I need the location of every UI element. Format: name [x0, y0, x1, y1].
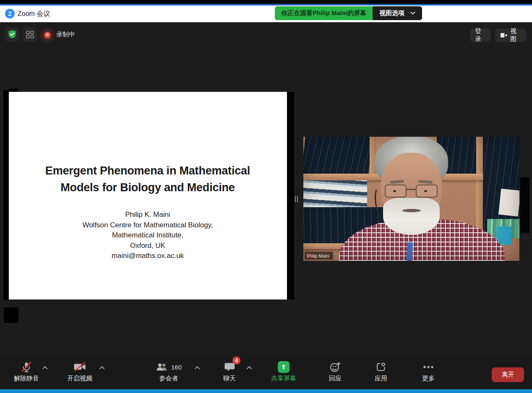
- zoom-meeting-window: Z Zoom 会议 你正在观看Philip Maini的屏幕 视图选项: [0, 0, 532, 393]
- mic-muted-icon: [21, 361, 32, 373]
- unmute-button[interactable]: 解除静音: [5, 360, 47, 383]
- app-title: Zoom 会议: [18, 5, 50, 22]
- video-vignette: [303, 137, 519, 261]
- view-options-label: 视图选项: [379, 9, 404, 17]
- participant-name-tag: Philip Maini: [305, 252, 333, 260]
- shield-check-icon: [8, 29, 17, 39]
- slide-top-notch: [9, 88, 18, 92]
- participants-button[interactable]: 160 参会者: [146, 360, 192, 383]
- chat-button[interactable]: 4 聊天: [209, 360, 250, 383]
- apps-button[interactable]: 应用: [360, 360, 402, 383]
- participants-label: 参会者: [159, 375, 178, 383]
- more-label: 更多: [422, 375, 435, 383]
- share-screen-label: 共享屏幕: [271, 375, 296, 383]
- reactions-icon: [329, 361, 341, 373]
- watching-status-label: 你正在观看Philip Maini的屏幕: [275, 6, 373, 20]
- zoom-logo: Z: [5, 9, 15, 18]
- start-video-label: 开启视频: [67, 375, 92, 383]
- bottom-blue-strip: [0, 389, 532, 393]
- slide-title: Emergent Phenomena in Mathematical Model…: [30, 162, 265, 196]
- start-video-button[interactable]: 开启视频: [59, 360, 101, 383]
- grid-icon: [26, 30, 34, 39]
- more-button[interactable]: 更多: [407, 360, 449, 383]
- chevron-down-icon: [410, 11, 415, 15]
- camera-muted-icon: [73, 362, 86, 372]
- bottom-left-black-square: [4, 307, 18, 323]
- slide-left-black-bar: [3, 90, 9, 300]
- slide-subtitle: Philip K. Maini Wolfson Centre for Mathe…: [30, 210, 265, 261]
- chat-chevron-icon[interactable]: [246, 366, 252, 370]
- apps-icon: [376, 362, 386, 372]
- top-black-strip: [0, 0, 532, 4]
- sign-in-button[interactable]: 登录: [470, 29, 490, 42]
- unmute-options-chevron-icon[interactable]: [42, 366, 48, 370]
- chat-unread-badge: 4: [232, 357, 240, 364]
- recording-label: 录制中: [56, 31, 75, 39]
- slide-affiliation-3: Oxford, UK: [30, 241, 265, 251]
- meeting-toolbar: 解除静音 开启视频: [0, 357, 532, 389]
- panel-resize-handle[interactable]: [295, 196, 298, 202]
- slide-affiliation-1: Wolfson Centre for Mathematical Biology,: [30, 220, 265, 231]
- share-screen-icon: [278, 361, 289, 373]
- reactions-button[interactable]: 回应: [314, 360, 356, 383]
- participants-count: 160: [171, 364, 182, 371]
- participants-chevron-icon[interactable]: [194, 366, 200, 370]
- speaker-view-icon: [500, 31, 507, 39]
- screen-share-banner: 你正在观看Philip Maini的屏幕 视图选项: [275, 6, 422, 20]
- slide-affiliation-2: Mathematical Institute,: [30, 230, 265, 241]
- leave-meeting-button[interactable]: 离开: [492, 367, 524, 382]
- title-bar: Z Zoom 会议 你正在观看Philip Maini的屏幕 视图选项: [0, 5, 532, 22]
- apps-label: 应用: [375, 375, 387, 383]
- gallery-view-button[interactable]: [23, 27, 37, 42]
- chat-icon: [224, 362, 235, 372]
- view-label: 视图: [510, 27, 521, 43]
- recording-dot-icon: [44, 32, 51, 39]
- security-button[interactable]: [5, 27, 19, 42]
- more-ellipsis-icon: [423, 365, 434, 369]
- shared-slide: Emergent Phenomena in Mathematical Model…: [9, 92, 287, 299]
- unmute-label: 解除静音: [14, 375, 39, 383]
- slide-email: maini@maths.ox.ac.uk: [30, 251, 265, 261]
- participants-icon: [156, 362, 168, 372]
- view-button[interactable]: 视图: [495, 29, 526, 42]
- muted-mic-icon: [307, 253, 312, 258]
- slide-author: Philip K. Maini: [30, 210, 265, 220]
- chat-label: 聊天: [223, 375, 236, 383]
- meeting-stage: 录制中 登录 视图 Emergent Phenomena in Mathemat…: [0, 22, 532, 357]
- webcam-tile[interactable]: Philip Maini: [303, 137, 519, 261]
- right-edge-black-bar: [520, 177, 529, 233]
- slide-right-black-bar: [287, 92, 294, 299]
- reactions-label: 回应: [329, 375, 342, 383]
- sign-in-label: 登录: [475, 27, 485, 43]
- view-options-button[interactable]: 视图选项: [373, 6, 422, 20]
- video-options-chevron-icon[interactable]: [99, 366, 105, 370]
- share-screen-button[interactable]: 共享屏幕: [258, 360, 309, 383]
